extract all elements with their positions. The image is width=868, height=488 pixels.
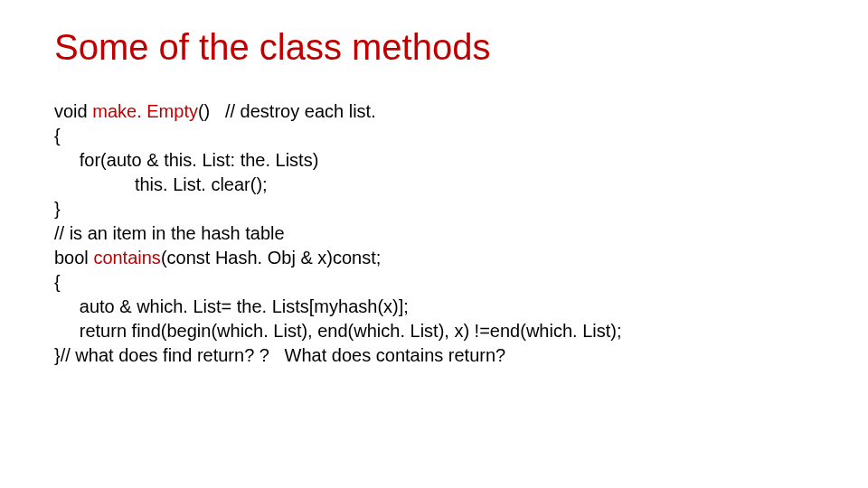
- code-line-8: {: [54, 272, 61, 292]
- code-line-10: return find(begin(which. List), end(whic…: [54, 321, 621, 341]
- fn-contains: contains: [93, 248, 161, 267]
- code-line-6: // is an item in the hash table: [54, 223, 285, 243]
- code-line-9: auto & which. List= the. Lists[myhash(x)…: [54, 296, 409, 316]
- code-line-5: }: [54, 199, 61, 219]
- code-line-11: }// what does find return? ? What does c…: [54, 345, 505, 365]
- code-block: void make. Empty() // destroy each list.…: [54, 99, 814, 368]
- code-line-7b: (const Hash. Obj & x)const;: [161, 248, 381, 267]
- code-line-1a: void: [54, 101, 92, 121]
- slide: Some of the class methods void make. Emp…: [0, 0, 868, 488]
- code-line-4: this. List. clear();: [54, 174, 268, 194]
- code-line-1b: () // destroy each list.: [198, 101, 376, 121]
- code-line-7a: bool: [54, 248, 93, 267]
- code-line-2: {: [54, 126, 61, 145]
- slide-title: Some of the class methods: [54, 27, 814, 67]
- fn-make-empty: make. Empty: [92, 101, 198, 121]
- code-line-3: for(auto & this. List: the. Lists): [54, 150, 318, 170]
